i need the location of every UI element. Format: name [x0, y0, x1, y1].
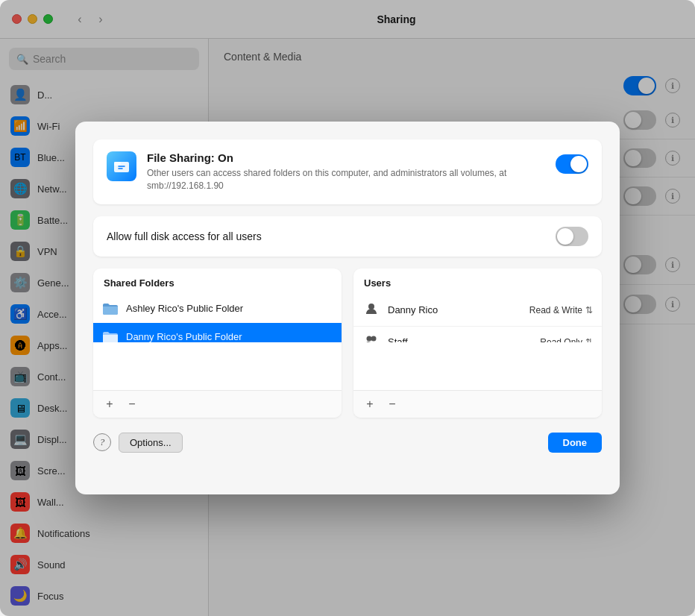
staff-person-icon [362, 334, 380, 342]
user-person-icon [362, 302, 380, 318]
file-sharing-icon [107, 151, 136, 181]
remove-folder-button[interactable]: − [125, 397, 139, 412]
file-sharing-card: File Sharing: On Other users can access … [93, 139, 602, 204]
shared-folders-list: Ashley Rico's Public Folder Danny Rico's… [93, 295, 342, 342]
users-header: Users [353, 268, 602, 295]
file-sharing-text: File Sharing: On Other users can access … [147, 151, 545, 192]
options-button[interactable]: Options... [119, 433, 183, 453]
user-danny-name: Danny Rico [388, 304, 522, 315]
users-list: Danny Rico Read & Write ⇅ [353, 295, 602, 342]
svg-point-3 [367, 336, 372, 341]
full-disk-row: Allow full disk access for all users [93, 216, 602, 257]
staff-access-label: Read Only [540, 337, 582, 342]
users-spacer [353, 342, 602, 390]
full-disk-label: Allow full disk access for all users [107, 230, 262, 242]
dialog-footer: ? Options... Done [93, 433, 602, 453]
user-row-staff[interactable]: Staff Read Only ⇅ [353, 327, 602, 342]
svg-rect-1 [114, 162, 121, 166]
user-row-danny[interactable]: Danny Rico Read & Write ⇅ [353, 295, 602, 327]
danny-stepper-icon: ⇅ [585, 305, 593, 315]
file-sharing-toggle-thumb [570, 156, 587, 172]
full-disk-toggle-thumb [557, 228, 573, 245]
file-sharing-title: File Sharing: On [147, 151, 545, 164]
folder-icon-ashley [102, 302, 119, 315]
shared-folders-panel: Shared Folders Ashley Rico's Public Fold… [93, 268, 342, 418]
danny-access-label: Read & Write [529, 305, 582, 315]
full-disk-toggle[interactable] [556, 227, 588, 246]
users-footer: + − [353, 390, 602, 418]
sharing-dialog: File Sharing: On Other users can access … [75, 122, 620, 494]
file-sharing-desc: Other users can access shared folders on… [147, 167, 545, 192]
folder-danny-label: Danny Rico's Public Folder [126, 331, 242, 342]
shared-folders-footer: + − [93, 390, 342, 418]
folder-item-danny[interactable]: Danny Rico's Public Folder [93, 323, 342, 342]
folder-ashley-label: Ashley Rico's Public Folder [126, 303, 243, 314]
add-user-button[interactable]: + [362, 397, 377, 412]
staff-stepper-icon: ⇅ [585, 337, 593, 342]
danny-access-select[interactable]: Read & Write ⇅ [529, 305, 593, 315]
add-folder-button[interactable]: + [102, 397, 117, 412]
shared-folders-header: Shared Folders [93, 268, 342, 295]
done-button[interactable]: Done [548, 433, 603, 453]
svg-point-2 [368, 304, 374, 309]
staff-access-select[interactable]: Read Only ⇅ [540, 337, 593, 342]
help-button[interactable]: ? [93, 433, 111, 451]
remove-user-button[interactable]: − [385, 397, 400, 412]
svg-point-4 [371, 336, 377, 341]
file-sharing-left: File Sharing: On Other users can access … [107, 151, 545, 192]
file-sharing-toggle[interactable] [556, 154, 588, 174]
folders-spacer [93, 342, 342, 390]
footer-left: ? Options... [93, 433, 183, 453]
two-column-section: Shared Folders Ashley Rico's Public Fold… [93, 268, 602, 418]
modal-overlay: File Sharing: On Other users can access … [0, 0, 695, 616]
staff-name: Staff [388, 336, 532, 342]
folder-item-ashley[interactable]: Ashley Rico's Public Folder [93, 295, 342, 323]
folder-icon-danny [102, 330, 119, 342]
users-panel: Users Danny Rico Read & Write [353, 268, 602, 418]
